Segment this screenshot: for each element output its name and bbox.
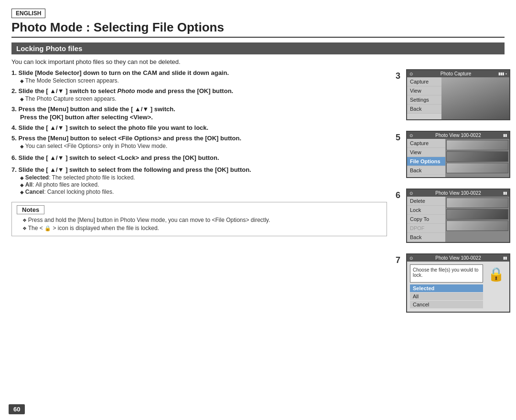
screen6-thumb2 — [446, 209, 508, 220]
screen3-cam-icon: ⊙ — [409, 72, 413, 76]
screen3-menu-settings[interactable]: Settings — [407, 95, 441, 105]
screen6-menu: Delete Lock Copy To DPOF Back — [407, 197, 445, 242]
screen3-header: ⊙ Photo Capture ▮▮▮ ▪ — [407, 70, 509, 77]
step3-text: Press the [Menu] button and slide the [ … — [18, 105, 175, 113]
step-5: 5. Press the [Menu] button to select <Fi… — [11, 135, 387, 149]
screen-5-wrapper: 5 ⊙ Photo View 100-0022 ▮▮ Capture View — [406, 131, 505, 179]
step7-text: Slide the [ ▲/▼ ] switch to select from … — [18, 166, 251, 173]
screen5-num: 5 — [396, 133, 400, 143]
step7-num: 7. — [11, 166, 17, 173]
screen7-cam-icon: ⊙ — [409, 256, 413, 261]
screen5-thumbs — [445, 139, 509, 174]
screen6-num: 6 — [396, 190, 400, 200]
screen7-lock-icon: 🔒 — [486, 264, 506, 284]
screen5-thumb1 — [446, 140, 508, 150]
step2-num: 2. — [11, 87, 17, 94]
step-1: 1. Slide [Mode Selector] down to turn on… — [11, 69, 387, 84]
screen7-icons: ▮▮ — [503, 256, 507, 260]
screen7-overlay: Choose the file(s) you would to lock. Se… — [407, 262, 509, 312]
step5-num: 5. — [11, 135, 17, 142]
step4-num: 4. — [11, 124, 17, 131]
note-2: The < 🔒 > icon is displayed when the fil… — [17, 225, 382, 231]
screen6-thumbs — [445, 197, 509, 232]
step-3: 3. Press the [Menu] button and slide the… — [11, 105, 387, 121]
step2-sub1: The Photo Capture screen appears. — [11, 95, 387, 102]
screen5-thumb2 — [446, 151, 508, 162]
screen-6: ⊙ Photo View 100-0022 ▮▮ Delete Lock Cop… — [406, 189, 510, 243]
lang-badge: ENGLISH — [11, 9, 45, 18]
screen5-title: Photo View 100-0022 — [435, 133, 481, 138]
step1-sub1: The Mode Selection screen appears. — [11, 77, 387, 84]
screen3-battery: ▮▮▮ — [498, 72, 504, 76]
screen6-menu-back[interactable]: Back — [407, 233, 445, 242]
screen6-menu-lock[interactable]: Lock — [407, 206, 445, 215]
screen3-photo — [441, 77, 509, 119]
screen5-menu: Capture View File Options Back — [407, 139, 445, 177]
step1-text: Slide [Mode Selector] down to turn on th… — [18, 69, 229, 76]
step-2: 2. Slide the [ ▲/▼ ] switch to select Ph… — [11, 87, 387, 102]
screen3-body: Capture View Settings Back — [407, 77, 509, 119]
screen-6-wrapper: 6 ⊙ Photo View 100-0022 ▮▮ Delete Lock — [406, 189, 505, 244]
step3-num: 3. — [11, 105, 17, 113]
step4-text: Slide the [ ▲/▼ ] switch to select the p… — [18, 124, 208, 131]
step7-sub2: All: All photo files are locked. — [11, 181, 387, 188]
screen6-menu-delete[interactable]: Delete — [407, 197, 445, 206]
screen-5: ⊙ Photo View 100-0022 ▮▮ Capture View Fi… — [406, 131, 510, 178]
screen6-header: ⊙ Photo View 100-0022 ▮▮ — [407, 189, 509, 197]
step6-text: Slide the [ ▲/▼ ] switch to select <Lock… — [18, 154, 219, 161]
step7-sub1: Selected: The selected photo file is loc… — [11, 174, 387, 181]
screen5-photo — [445, 139, 509, 177]
screen-3-wrapper: 3 ⊙ Photo Capture ▮▮▮ ▪ Capture View — [406, 69, 505, 121]
screen3-menu-view[interactable]: View — [407, 86, 441, 95]
step1-num: 1. — [11, 69, 17, 76]
step-4: 4. Slide the [ ▲/▼ ] switch to select th… — [11, 124, 387, 131]
screen3-menu: Capture View Settings Back — [407, 77, 441, 119]
screen7-num: 7 — [396, 255, 400, 265]
screen5-cam-icon: ⊙ — [409, 133, 413, 138]
notes-header: Notes — [17, 205, 44, 214]
screen6-mem: ▮▮ — [503, 191, 507, 195]
screen6-body: Delete Lock Copy To DPOF Back — [407, 197, 509, 242]
screen7-opt-all[interactable]: All — [410, 293, 483, 300]
screen7-opt-cancel[interactable]: Cancel — [410, 301, 483, 308]
screen3-menu-back[interactable]: Back — [407, 105, 441, 114]
screens-column: 3 ⊙ Photo Capture ▮▮▮ ▪ Capture View — [395, 69, 505, 318]
screen6-thumb1 — [446, 198, 508, 208]
screen5-thumb3 — [446, 163, 508, 173]
screen5-mem: ▮▮ — [503, 133, 507, 137]
screen6-menu-dpof[interactable]: DPOF — [407, 224, 445, 233]
page: ENGLISH Photo Mode : Selecting File Opti… — [0, 0, 516, 420]
screen-3: ⊙ Photo Capture ▮▮▮ ▪ Capture View Setti… — [406, 69, 510, 120]
note-1: Press and hold the [Menu] button in Phot… — [17, 217, 382, 223]
screen-7-wrapper: 7 ⊙ Photo View 100-0022 ▮▮ Cho — [406, 253, 505, 314]
screen3-mem: ▪ — [505, 72, 507, 76]
screen6-menu-copyto[interactable]: Copy To — [407, 215, 445, 224]
screen3-menu-capture[interactable]: Capture — [407, 77, 441, 86]
screen5-menu-back[interactable]: Back — [407, 166, 445, 175]
screen5-menu-fileoptions[interactable]: File Options — [407, 157, 445, 166]
screen7-popup: Choose the file(s) you would to lock. — [410, 264, 483, 283]
screen7-title: Photo View 100-0022 — [435, 255, 481, 261]
steps-column: 1. Slide [Mode Selector] down to turn on… — [11, 69, 395, 318]
screen6-icons: ▮▮ — [503, 191, 507, 195]
screen5-menu-view[interactable]: View — [407, 148, 445, 157]
section-header: Locking Photo files — [11, 42, 505, 54]
screen6-thumb3 — [446, 220, 508, 231]
screen5-body: Capture View File Options Back — [407, 139, 509, 177]
screen5-icons: ▮▮ — [503, 133, 507, 137]
screen5-menu-capture[interactable]: Capture — [407, 139, 445, 148]
step3-text2: Press the [OK] button after selecting <V… — [11, 114, 387, 121]
screen6-title: Photo View 100-0022 — [435, 190, 481, 196]
step7-sub3: Cancel: Cancel locking photo files. — [11, 189, 387, 195]
screen3-num: 3 — [396, 71, 400, 81]
screen6-photo — [445, 197, 509, 242]
step5-text: Press the [Menu] button to select <File … — [18, 135, 241, 142]
screen7-mem: ▮▮ — [503, 256, 507, 260]
intro-text: You can lock important photo files so th… — [11, 58, 505, 65]
screen6-cam-icon: ⊙ — [409, 191, 413, 196]
screen5-header: ⊙ Photo View 100-0022 ▮▮ — [407, 132, 509, 139]
step6-num: 6. — [11, 154, 17, 161]
page-title: Photo Mode : Selecting File Options — [11, 20, 505, 38]
screen3-icons: ▮▮▮ ▪ — [498, 72, 507, 76]
screen7-opt-selected[interactable]: Selected — [410, 284, 483, 292]
